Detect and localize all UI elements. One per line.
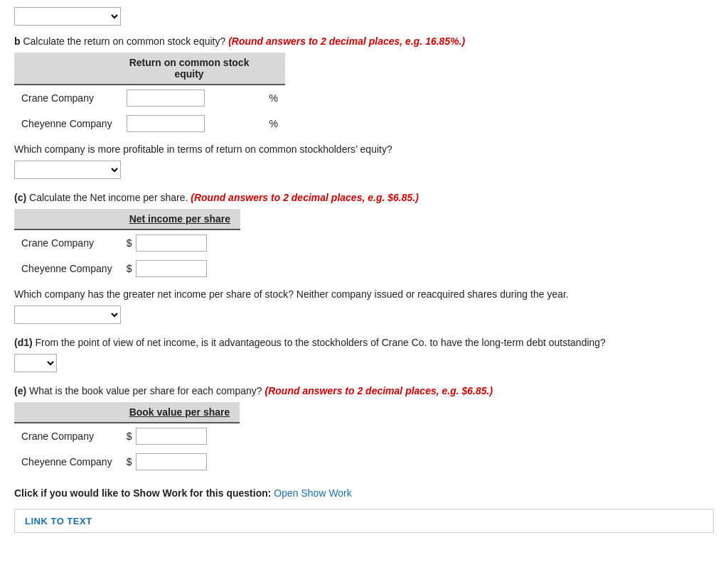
- crane-input-b-cell: [119, 85, 259, 111]
- cheyenne-input-c-cell: $: [119, 256, 240, 281]
- link-to-text-bar: LINK TO TEXT: [14, 509, 714, 533]
- section-b-label: b: [14, 36, 21, 47]
- section-c-which-select[interactable]: Crane Company Cheyenne Company: [14, 306, 121, 324]
- table-row: Cheyenne Company $: [14, 449, 240, 475]
- top-select[interactable]: Crane Company Cheyenne Company: [14, 7, 121, 26]
- section-e-round-note: (Round answers to 2 decimal places, e.g.…: [265, 385, 493, 396]
- section-e-question: (e) What is the book value per share for…: [14, 385, 714, 396]
- section-e-header: Book value per share: [119, 402, 240, 423]
- section-c-label: (c): [14, 192, 26, 203]
- crane-return-input[interactable]: [127, 90, 205, 107]
- section-e-text: What is the book value per share for eac…: [29, 385, 265, 396]
- section-e-label: (e): [14, 385, 26, 396]
- section-b-dropdown-row: Crane Company Cheyenne Company: [14, 161, 714, 179]
- cheyenne-pct-b: %: [259, 111, 284, 136]
- cheyenne-bookvalue-input[interactable]: [136, 453, 207, 470]
- cheyenne-label-c: Cheyenne Company: [14, 256, 119, 281]
- section-b-which-text: Which company is more profitable in term…: [14, 144, 714, 155]
- show-work-section: Click if you would like to Show Work for…: [14, 487, 714, 499]
- section-c-table: Net income per share Crane Company $ Che…: [14, 209, 240, 281]
- section-b-table: Return on common stockequity Crane Compa…: [14, 53, 285, 136]
- crane-bookvalue-input[interactable]: [136, 428, 207, 445]
- section-b: b Calculate the return on common stock e…: [14, 36, 714, 179]
- cheyenne-return-input[interactable]: [127, 115, 205, 132]
- section-d1-select[interactable]: Yes No: [14, 354, 57, 372]
- section-c: (c) Calculate the Net income per share. …: [14, 192, 714, 324]
- cheyenne-dollar-c: $: [127, 263, 132, 274]
- cheyenne-label-e: Cheyenne Company: [14, 449, 119, 475]
- section-d1: (d1) From the point of view of net incom…: [14, 337, 714, 372]
- crane-input-c-cell: $: [119, 229, 240, 256]
- cheyenne-dollar-e: $: [127, 456, 132, 468]
- table-row: Cheyenne Company %: [14, 111, 285, 136]
- table-row: Cheyenne Company $: [14, 256, 240, 281]
- section-c-question: (c) Calculate the Net income per share. …: [14, 192, 714, 203]
- cheyenne-input-b-cell: [119, 111, 259, 136]
- crane-dollar-e: $: [127, 431, 132, 442]
- cheyenne-label-b: Cheyenne Company: [14, 111, 119, 136]
- section-b-header: Return on common stockequity: [119, 53, 259, 85]
- cheyenne-input-e-cell: $: [119, 449, 240, 475]
- section-e: (e) What is the book value per share for…: [14, 385, 714, 475]
- section-c-round-note: (Round answers to 2 decimal places, e.g.…: [191, 192, 419, 203]
- crane-dollar-c: $: [127, 237, 132, 249]
- section-e-table: Book value per share Crane Company $ Che…: [14, 402, 240, 475]
- section-c-text: Calculate the Net income per share.: [29, 192, 191, 203]
- table-row: Crane Company %: [14, 85, 285, 111]
- section-b-text: Calculate the return on common stock equ…: [23, 36, 225, 47]
- crane-label-b: Crane Company: [14, 85, 119, 111]
- section-b-question: b Calculate the return on common stock e…: [14, 36, 714, 47]
- table-row: Crane Company $: [14, 423, 240, 449]
- section-d1-question: (d1) From the point of view of net incom…: [14, 337, 714, 348]
- section-c-header: Net income per share: [119, 209, 240, 229]
- top-dropdown-row: Crane Company Cheyenne Company: [14, 7, 714, 26]
- section-d1-dropdown-row: Yes No: [14, 354, 714, 372]
- section-c-which-text: Which company has the greater net income…: [14, 288, 714, 300]
- show-work-label: Click if you would like to Show Work for…: [14, 487, 271, 499]
- open-show-work-link[interactable]: Open Show Work: [274, 487, 351, 499]
- section-c-dropdown-row: Crane Company Cheyenne Company: [14, 306, 714, 324]
- link-to-text-link[interactable]: LINK TO TEXT: [25, 516, 92, 526]
- crane-netincome-input[interactable]: [136, 234, 207, 252]
- crane-label-e: Crane Company: [14, 423, 119, 449]
- crane-pct-b: %: [259, 85, 284, 111]
- section-d1-label: (d1): [14, 337, 33, 348]
- table-row: Crane Company $: [14, 229, 240, 256]
- cheyenne-netincome-input[interactable]: [136, 260, 207, 277]
- crane-input-e-cell: $: [119, 423, 240, 449]
- section-d1-text: From the point of view of net income, is…: [36, 337, 606, 348]
- crane-label-c: Crane Company: [14, 229, 119, 256]
- section-b-which-select[interactable]: Crane Company Cheyenne Company: [14, 161, 121, 179]
- section-b-round-note: (Round answers to 2 decimal places, e.g.…: [228, 36, 465, 47]
